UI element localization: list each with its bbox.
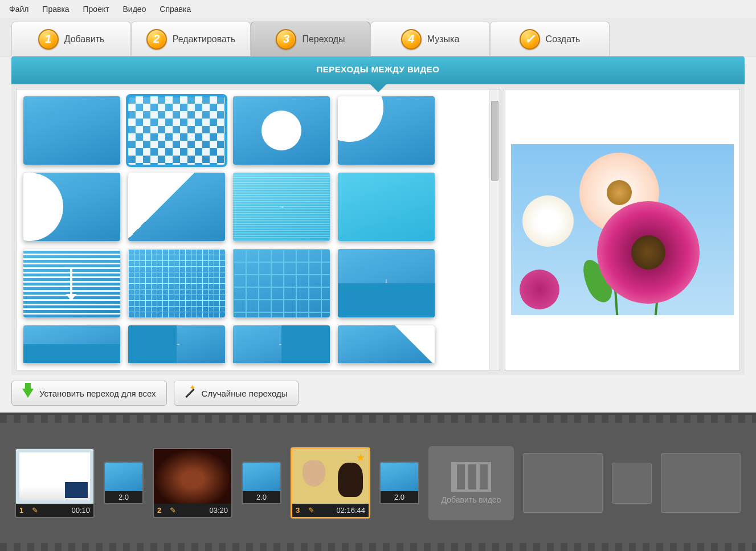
preview-pane: [505, 89, 740, 370]
step-tab-edit[interactable]: 2 Редактировать: [131, 22, 251, 56]
scrollbar-thumb[interactable]: [491, 101, 498, 181]
timeline-transition[interactable]: 2.0: [242, 462, 281, 504]
step-tab-create[interactable]: ✓ Создать: [490, 22, 610, 56]
timeline-clip[interactable]: 2 ✎ 03:20: [153, 448, 232, 518]
add-video-label: Добавить видео: [442, 495, 501, 504]
transition-thumb[interactable]: [338, 173, 435, 241]
step-number-icon: 4: [401, 29, 422, 50]
transition-thumb[interactable]: [128, 249, 225, 317]
transition-duration: 2.0: [105, 491, 142, 503]
timeline-clip[interactable]: 1 ✎ 00:10: [15, 448, 95, 518]
transition-thumb[interactable]: ↗: [128, 173, 225, 241]
transition-mini-thumb: [381, 463, 418, 491]
step-check-icon: ✓: [520, 29, 540, 50]
clip-duration: 03:20: [209, 506, 228, 515]
step-tab-transitions[interactable]: 3 Переходы: [251, 22, 370, 56]
button-label: Случайные переходы: [202, 389, 288, 398]
clip-duration: 00:10: [71, 506, 90, 515]
transition-thumb[interactable]: [128, 96, 225, 165]
menu-edit[interactable]: Правка: [36, 2, 75, 16]
transition-thumb[interactable]: ✥: [233, 96, 330, 165]
button-label: Установить переход для всех: [39, 389, 156, 398]
step-label: Добавить: [64, 34, 105, 44]
transition-thumb[interactable]: [23, 249, 120, 317]
timeline-placeholder-mini: [612, 463, 652, 504]
random-transitions-button[interactable]: Случайные переходы: [174, 381, 299, 406]
clip-index: 1: [19, 506, 27, 515]
transition-thumb[interactable]: ↓: [338, 249, 435, 317]
transition-thumb[interactable]: ↶: [338, 325, 435, 363]
transition-duration: 2.0: [381, 491, 418, 503]
clip-index: 2: [157, 506, 165, 515]
step-label: Редактировать: [173, 34, 236, 44]
add-video-button[interactable]: Добавить видео: [428, 446, 514, 520]
transition-duration: 2.0: [243, 491, 280, 503]
clip-info-bar: 1 ✎ 00:10: [16, 504, 93, 517]
transition-thumb[interactable]: ✥: [23, 173, 120, 241]
clip-thumbnail: [154, 449, 231, 504]
step-number-icon: 1: [38, 29, 59, 50]
timeline-transition[interactable]: 2.0: [104, 462, 144, 504]
menu-project[interactable]: Проект: [77, 2, 115, 16]
clip-index: 3: [296, 506, 304, 515]
transitions-gallery: ✥ ↗ ✥ ↗ → ↓ ← → ↶: [16, 89, 500, 370]
pencil-icon[interactable]: ✎: [170, 506, 176, 515]
clip-thumbnail: ★: [292, 449, 369, 504]
step-tab-music[interactable]: 4 Музыка: [370, 22, 490, 56]
preview-image: [511, 144, 733, 315]
transition-thumb[interactable]: [233, 249, 330, 317]
clip-info-bar: 3 ✎ 02:16:44: [292, 504, 369, 517]
film-icon: [451, 462, 491, 492]
menu-video[interactable]: Видео: [117, 2, 152, 16]
pencil-icon[interactable]: ✎: [32, 506, 38, 515]
transition-thumb[interactable]: ←: [128, 325, 225, 363]
clip-thumbnail: [16, 449, 93, 504]
arrow-down-icon: [22, 389, 34, 398]
timeline: 1 ✎ 00:10 2.0 2 ✎ 03:20 2.0 ★ 3 ✎ 02:16:…: [0, 413, 756, 551]
menu-bar: Файл Правка Проект Видео Справка: [0, 0, 756, 18]
main-content: ✥ ↗ ✥ ↗ → ↓ ← → ↶: [11, 84, 745, 375]
step-label: Музыка: [427, 34, 460, 44]
step-label: Создать: [546, 34, 581, 44]
timeline-clip[interactable]: ★ 3 ✎ 02:16:44: [291, 447, 370, 519]
magic-wand-icon: [185, 387, 196, 399]
timeline-transition[interactable]: 2.0: [379, 462, 419, 504]
transition-thumb[interactable]: →: [233, 173, 330, 241]
transition-thumb[interactable]: →: [233, 325, 330, 363]
step-tabs: 1 Добавить 2 Редактировать 3 Переходы 4 …: [0, 18, 756, 56]
clip-info-bar: 2 ✎ 03:20: [154, 504, 231, 517]
menu-file[interactable]: Файл: [3, 2, 34, 16]
clip-duration: 02:16:44: [336, 506, 365, 515]
transition-mini-thumb: [105, 463, 142, 491]
step-number-icon: 2: [146, 29, 167, 50]
pencil-icon[interactable]: ✎: [308, 506, 314, 515]
set-transition-for-all-button[interactable]: Установить переход для всех: [11, 381, 167, 406]
gallery-scrollbar[interactable]: [489, 89, 500, 370]
transition-thumb[interactable]: [23, 325, 120, 363]
step-label: Переходы: [302, 34, 345, 44]
transition-mini-thumb: [243, 463, 280, 491]
star-icon: ★: [356, 451, 365, 464]
step-tab-add[interactable]: 1 Добавить: [11, 22, 131, 56]
step-number-icon: 3: [276, 29, 296, 50]
menu-help[interactable]: Справка: [154, 2, 197, 16]
transition-thumb[interactable]: [23, 96, 120, 165]
timeline-placeholder: [661, 453, 741, 513]
timeline-placeholder: [523, 453, 603, 513]
action-row: Установить переход для всех Случайные пе…: [11, 381, 745, 406]
transition-thumb[interactable]: ↗: [338, 96, 435, 165]
section-header: ПЕРЕХОДЫ МЕЖДУ ВИДЕО: [11, 56, 745, 84]
